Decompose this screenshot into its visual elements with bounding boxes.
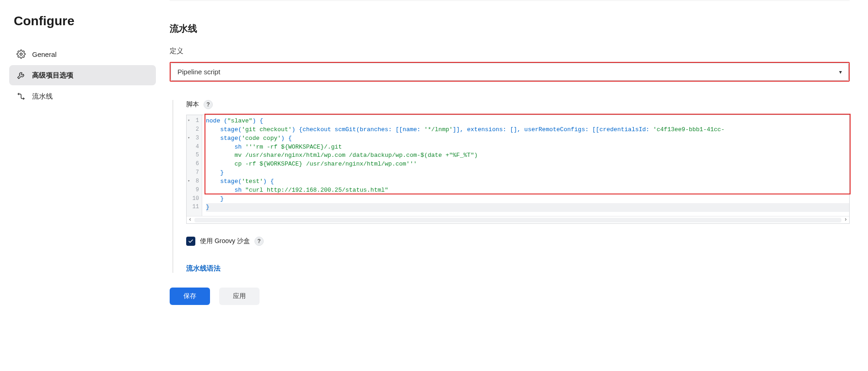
definition-select[interactable]: Pipeline script ▾ — [171, 63, 849, 81]
sidebar-item-label: General — [32, 50, 56, 58]
chevron-down-icon: ▾ — [839, 69, 842, 75]
gear-icon — [17, 50, 26, 59]
scroll-left-icon[interactable]: ‹ — [188, 216, 192, 224]
main-content: 流水线 定义 Pipeline script ▾ 脚本 ? 1▾23▾45678… — [160, 0, 868, 371]
pipeline-icon — [17, 92, 26, 101]
scroll-right-icon[interactable]: › — [844, 216, 847, 224]
help-icon[interactable]: ? — [204, 100, 213, 109]
definition-label: 定义 — [170, 47, 850, 55]
help-icon[interactable]: ? — [254, 237, 264, 246]
apply-button[interactable]: 应用 — [219, 288, 260, 305]
definition-select-highlight: Pipeline script ▾ — [170, 62, 850, 82]
wrench-icon — [17, 71, 26, 80]
definition-select-value: Pipeline script — [177, 68, 220, 76]
sidebar-item-advanced[interactable]: 高级项目选项 — [9, 65, 156, 85]
sidebar-item-label: 流水线 — [32, 92, 53, 101]
pipeline-syntax-link[interactable]: 流水线语法 — [186, 264, 221, 273]
sidebar-item-label: 高级项目选项 — [32, 71, 73, 80]
code-gutter: 1▾23▾45678▾91011 — [187, 115, 202, 216]
page-title: Configure — [9, 14, 156, 28]
sidebar-item-general[interactable]: General — [9, 44, 156, 64]
script-section: 脚本 ? 1▾23▾45678▾91011 node ("slave") { s… — [172, 100, 850, 273]
sandbox-label: 使用 Groovy 沙盒 — [200, 237, 250, 245]
horizontal-scrollbar[interactable]: ‹ › — [187, 216, 849, 223]
sandbox-checkbox[interactable] — [186, 237, 195, 246]
code-lines[interactable]: node ("slave") { stage('git checkout') {… — [202, 115, 849, 216]
svg-point-0 — [20, 53, 22, 55]
script-editor[interactable]: 1▾23▾45678▾91011 node ("slave") { stage(… — [186, 115, 850, 224]
script-label: 脚本 — [186, 100, 199, 109]
sidebar-item-pipeline[interactable]: 流水线 — [9, 86, 156, 106]
section-title-pipeline: 流水线 — [170, 22, 850, 35]
save-button[interactable]: 保存 — [170, 288, 210, 305]
config-sidebar: Configure General 高级项目选项 流水线 — [0, 0, 160, 371]
scroll-track[interactable] — [194, 218, 841, 222]
